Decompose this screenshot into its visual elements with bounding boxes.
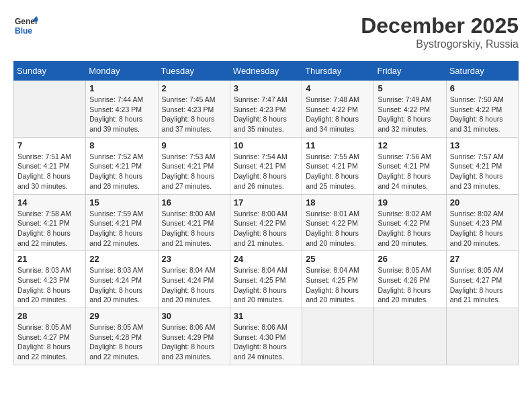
calendar-cell xyxy=(302,308,374,365)
logo-svg: General Blue xyxy=(13,13,38,38)
calendar-cell: 16Sunrise: 8:00 AMSunset: 4:21 PMDayligh… xyxy=(158,194,230,251)
day-number: 12 xyxy=(378,140,442,150)
day-info: Sunrise: 8:00 AMSunset: 4:21 PMDaylight:… xyxy=(162,209,226,248)
day-number: 28 xyxy=(17,311,82,321)
calendar-cell: 25Sunrise: 8:04 AMSunset: 4:25 PMDayligh… xyxy=(302,251,374,308)
weekday-header-monday: Monday xyxy=(86,62,158,81)
day-number: 29 xyxy=(89,311,154,321)
day-info: Sunrise: 8:04 AMSunset: 4:25 PMDaylight:… xyxy=(234,265,298,305)
calendar-cell: 5Sunrise: 7:49 AMSunset: 4:22 PMDaylight… xyxy=(374,81,446,138)
calendar-body: 1Sunrise: 7:44 AMSunset: 4:23 PMDaylight… xyxy=(14,81,519,365)
day-number: 16 xyxy=(162,197,226,208)
day-info: Sunrise: 8:03 AMSunset: 4:23 PMDaylight:… xyxy=(17,265,82,305)
day-info: Sunrise: 7:52 AMSunset: 4:21 PMDaylight:… xyxy=(89,152,154,191)
calendar-cell: 4Sunrise: 7:48 AMSunset: 4:22 PMDaylight… xyxy=(302,81,374,138)
calendar-cell: 6Sunrise: 7:50 AMSunset: 4:22 PMDaylight… xyxy=(446,81,518,138)
day-number: 5 xyxy=(378,83,442,93)
day-number: 1 xyxy=(89,83,154,93)
day-info: Sunrise: 8:04 AMSunset: 4:24 PMDaylight:… xyxy=(162,265,226,305)
calendar-cell: 15Sunrise: 7:59 AMSunset: 4:21 PMDayligh… xyxy=(86,194,158,251)
day-info: Sunrise: 7:53 AMSunset: 4:21 PMDaylight:… xyxy=(162,152,226,191)
week-row-3: 14Sunrise: 7:58 AMSunset: 4:21 PMDayligh… xyxy=(14,194,519,251)
day-info: Sunrise: 8:03 AMSunset: 4:24 PMDaylight:… xyxy=(89,265,154,305)
day-info: Sunrise: 8:05 AMSunset: 4:28 PMDaylight:… xyxy=(89,322,154,362)
calendar-cell: 11Sunrise: 7:55 AMSunset: 4:21 PMDayligh… xyxy=(302,137,374,194)
day-number: 8 xyxy=(89,140,154,150)
calendar-cell: 22Sunrise: 8:03 AMSunset: 4:24 PMDayligh… xyxy=(86,251,158,308)
day-number: 22 xyxy=(89,254,154,264)
day-info: Sunrise: 7:58 AMSunset: 4:21 PMDaylight:… xyxy=(17,209,82,248)
title-block: December 2025 Bystrogorskiy, Russia xyxy=(361,13,519,50)
day-number: 25 xyxy=(306,254,370,264)
day-info: Sunrise: 7:54 AMSunset: 4:21 PMDaylight:… xyxy=(234,152,298,191)
day-number: 24 xyxy=(234,254,298,264)
day-info: Sunrise: 8:05 AMSunset: 4:27 PMDaylight:… xyxy=(450,265,515,305)
calendar-cell: 31Sunrise: 8:06 AMSunset: 4:30 PMDayligh… xyxy=(230,308,302,365)
week-row-2: 7Sunrise: 7:51 AMSunset: 4:21 PMDaylight… xyxy=(14,137,519,194)
day-number: 23 xyxy=(162,254,226,264)
page-header: General Blue December 2025 Bystrogorskiy… xyxy=(13,13,519,50)
calendar-cell: 21Sunrise: 8:03 AMSunset: 4:23 PMDayligh… xyxy=(14,251,86,308)
week-row-4: 21Sunrise: 8:03 AMSunset: 4:23 PMDayligh… xyxy=(14,251,519,308)
calendar-cell: 13Sunrise: 7:57 AMSunset: 4:21 PMDayligh… xyxy=(446,137,518,194)
calendar-cell: 3Sunrise: 7:47 AMSunset: 4:23 PMDaylight… xyxy=(230,81,302,138)
day-number: 14 xyxy=(17,197,82,208)
weekday-header-wednesday: Wednesday xyxy=(230,62,302,81)
day-number: 11 xyxy=(306,140,370,150)
calendar-cell: 24Sunrise: 8:04 AMSunset: 4:25 PMDayligh… xyxy=(230,251,302,308)
day-number: 27 xyxy=(450,254,515,264)
calendar-cell: 19Sunrise: 8:02 AMSunset: 4:22 PMDayligh… xyxy=(374,194,446,251)
day-number: 3 xyxy=(234,83,298,93)
calendar-cell: 9Sunrise: 7:53 AMSunset: 4:21 PMDaylight… xyxy=(158,137,230,194)
calendar-cell: 14Sunrise: 7:58 AMSunset: 4:21 PMDayligh… xyxy=(14,194,86,251)
logo: General Blue xyxy=(13,13,38,38)
calendar-cell: 8Sunrise: 7:52 AMSunset: 4:21 PMDaylight… xyxy=(86,137,158,194)
weekday-header-saturday: Saturday xyxy=(446,62,518,81)
calendar-cell: 30Sunrise: 8:06 AMSunset: 4:29 PMDayligh… xyxy=(158,308,230,365)
day-info: Sunrise: 7:55 AMSunset: 4:21 PMDaylight:… xyxy=(306,152,370,191)
day-info: Sunrise: 7:44 AMSunset: 4:23 PMDaylight:… xyxy=(89,95,154,134)
location-subtitle: Bystrogorskiy, Russia xyxy=(361,38,519,50)
day-info: Sunrise: 7:59 AMSunset: 4:21 PMDaylight:… xyxy=(89,209,154,248)
calendar-cell: 1Sunrise: 7:44 AMSunset: 4:23 PMDaylight… xyxy=(86,81,158,138)
day-number: 21 xyxy=(17,254,82,264)
day-info: Sunrise: 7:49 AMSunset: 4:22 PMDaylight:… xyxy=(378,95,442,134)
calendar-cell xyxy=(14,81,86,138)
day-info: Sunrise: 8:06 AMSunset: 4:30 PMDaylight:… xyxy=(234,322,298,362)
weekday-header-tuesday: Tuesday xyxy=(158,62,230,81)
day-info: Sunrise: 7:47 AMSunset: 4:23 PMDaylight:… xyxy=(234,95,298,134)
day-number: 15 xyxy=(89,197,154,208)
day-info: Sunrise: 7:48 AMSunset: 4:22 PMDaylight:… xyxy=(306,95,370,134)
day-number: 9 xyxy=(162,140,226,150)
calendar-cell: 10Sunrise: 7:54 AMSunset: 4:21 PMDayligh… xyxy=(230,137,302,194)
day-number: 4 xyxy=(306,83,370,93)
day-info: Sunrise: 8:02 AMSunset: 4:22 PMDaylight:… xyxy=(378,209,442,248)
calendar-header: SundayMondayTuesdayWednesdayThursdayFrid… xyxy=(14,62,519,81)
calendar-cell: 18Sunrise: 8:01 AMSunset: 4:22 PMDayligh… xyxy=(302,194,374,251)
calendar-cell: 17Sunrise: 8:00 AMSunset: 4:22 PMDayligh… xyxy=(230,194,302,251)
calendar-cell: 27Sunrise: 8:05 AMSunset: 4:27 PMDayligh… xyxy=(446,251,518,308)
day-info: Sunrise: 8:00 AMSunset: 4:22 PMDaylight:… xyxy=(234,209,298,248)
week-row-5: 28Sunrise: 8:05 AMSunset: 4:27 PMDayligh… xyxy=(14,308,519,365)
day-number: 18 xyxy=(306,197,370,208)
weekday-header-sunday: Sunday xyxy=(14,62,86,81)
calendar-cell: 12Sunrise: 7:56 AMSunset: 4:21 PMDayligh… xyxy=(374,137,446,194)
day-number: 13 xyxy=(450,140,515,150)
calendar-cell: 28Sunrise: 8:05 AMSunset: 4:27 PMDayligh… xyxy=(14,308,86,365)
day-number: 30 xyxy=(162,311,226,321)
week-row-1: 1Sunrise: 7:44 AMSunset: 4:23 PMDaylight… xyxy=(14,81,519,138)
day-info: Sunrise: 7:57 AMSunset: 4:21 PMDaylight:… xyxy=(450,152,515,191)
day-info: Sunrise: 8:04 AMSunset: 4:25 PMDaylight:… xyxy=(306,265,370,305)
day-info: Sunrise: 8:06 AMSunset: 4:29 PMDaylight:… xyxy=(162,322,226,362)
day-number: 31 xyxy=(234,311,298,321)
weekday-row: SundayMondayTuesdayWednesdayThursdayFrid… xyxy=(14,62,519,81)
calendar-cell: 23Sunrise: 8:04 AMSunset: 4:24 PMDayligh… xyxy=(158,251,230,308)
calendar-cell: 29Sunrise: 8:05 AMSunset: 4:28 PMDayligh… xyxy=(86,308,158,365)
day-number: 19 xyxy=(378,197,442,208)
day-number: 10 xyxy=(234,140,298,150)
calendar-cell xyxy=(446,308,518,365)
calendar-table: SundayMondayTuesdayWednesdayThursdayFrid… xyxy=(13,61,519,365)
day-number: 7 xyxy=(17,140,82,150)
day-number: 17 xyxy=(234,197,298,208)
svg-text:Blue: Blue xyxy=(15,26,32,36)
